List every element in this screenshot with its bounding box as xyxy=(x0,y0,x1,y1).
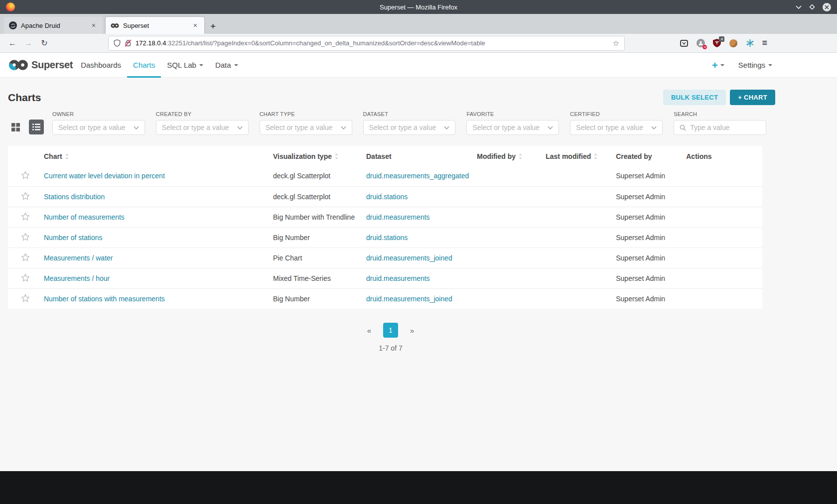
prev-page-button[interactable]: « xyxy=(367,326,371,335)
favorite-star-icon[interactable] xyxy=(21,212,30,221)
charts-table-card: Chart Visualization type Dataset Modifie… xyxy=(8,146,762,309)
created-by-cell: Superset Admin xyxy=(612,166,682,186)
reload-button[interactable]: ↻ xyxy=(38,38,51,48)
chart-link[interactable]: Stations distribution xyxy=(44,193,105,201)
chart-link[interactable]: Measurements / hour xyxy=(44,274,110,282)
next-page-button[interactable]: » xyxy=(410,326,414,335)
sort-icon xyxy=(519,153,522,159)
favorite-star-icon[interactable] xyxy=(21,253,30,261)
owner-select[interactable]: Select or type a value xyxy=(52,120,145,135)
dataset-link[interactable]: druid.measurements_aggregated xyxy=(366,172,469,180)
search-box[interactable] xyxy=(674,120,766,135)
asterisk-extension-icon[interactable] xyxy=(745,39,754,48)
column-label: Visualization type xyxy=(273,152,332,160)
nav-menu: Dashboards Charts SQL Lab Data xyxy=(75,53,244,78)
card-view-toggle[interactable] xyxy=(8,120,23,134)
nav-item-dashboards[interactable]: Dashboards xyxy=(75,53,127,78)
new-tab-button[interactable]: + xyxy=(210,21,216,31)
close-tab-icon[interactable]: × xyxy=(191,21,199,30)
certified-select[interactable]: Select or type a value xyxy=(570,120,663,135)
favorite-star-icon[interactable] xyxy=(21,192,30,200)
filter-label: CERTIFIED xyxy=(570,111,663,117)
insecure-lock-icon[interactable] xyxy=(125,39,132,47)
column-header-viz-type[interactable]: Visualization type xyxy=(269,146,362,166)
favorite-star-icon[interactable] xyxy=(21,171,30,179)
minimize-button[interactable] xyxy=(796,5,802,9)
pocket-extension-icon[interactable] xyxy=(680,39,689,48)
favorite-star-icon[interactable] xyxy=(21,294,30,302)
column-header-chart[interactable]: Chart xyxy=(40,146,269,166)
chart-link[interactable]: Current water level deviation in percent xyxy=(44,172,165,180)
favorite-star-icon[interactable] xyxy=(21,273,30,282)
column-header-created-by: Created by xyxy=(612,146,682,166)
hamburger-menu-icon[interactable]: ≡ xyxy=(762,38,767,48)
dataset-link[interactable]: druid.stations xyxy=(366,193,408,201)
maximize-button[interactable] xyxy=(809,4,815,10)
ublock-extension-icon[interactable]: 4 xyxy=(712,39,721,48)
actions-cell xyxy=(682,227,762,248)
sort-icon xyxy=(594,153,597,159)
cookie-extension-icon[interactable] xyxy=(729,39,738,48)
settings-menu[interactable]: Settings xyxy=(738,61,772,69)
nav-item-data[interactable]: Data xyxy=(209,53,244,78)
bookmark-star-icon[interactable]: ☆ xyxy=(613,39,619,48)
error-badge: × xyxy=(702,45,707,49)
filter-label: FAVORITE xyxy=(466,111,559,117)
viz-type-cell: Pie Chart xyxy=(269,248,362,268)
favorite-star-icon[interactable] xyxy=(21,233,30,241)
current-page-button[interactable]: 1 xyxy=(383,323,398,338)
dataset-link[interactable]: druid.measurements xyxy=(366,213,430,221)
viz-type-cell: Big Number xyxy=(269,288,362,309)
bulk-select-button[interactable]: BULK SELECT xyxy=(663,90,726,105)
search-input[interactable] xyxy=(690,124,760,131)
back-button[interactable]: ← xyxy=(6,39,19,48)
chevron-down-icon xyxy=(444,126,449,129)
add-chart-button[interactable]: + CHART xyxy=(730,90,775,105)
modified-by-cell xyxy=(473,166,542,186)
chart-link[interactable]: Number of stations with measurements xyxy=(44,295,165,303)
dataset-link[interactable]: druid.measurements xyxy=(366,274,430,282)
shield-icon[interactable] xyxy=(114,39,121,47)
filter-chart-type: CHART TYPE Select or type a value xyxy=(260,111,352,135)
favorite-select[interactable]: Select or type a value xyxy=(466,120,559,135)
select-placeholder: Select or type a value xyxy=(576,124,647,131)
actions-cell xyxy=(682,268,762,288)
tab-apache-druid[interactable]: Apache Druid × xyxy=(4,17,103,34)
actions-cell xyxy=(682,288,762,309)
chart-type-select[interactable]: Select or type a value xyxy=(260,120,352,135)
favorite-column-header xyxy=(8,146,40,166)
chart-link[interactable]: Number of measurements xyxy=(44,213,125,221)
last-modified-cell xyxy=(542,288,612,309)
tab-title: Apache Druid xyxy=(21,22,86,29)
new-item-button[interactable]: + xyxy=(712,60,724,70)
column-header-last-modified[interactable]: Last modified xyxy=(542,146,612,166)
page-title: Charts xyxy=(8,92,41,104)
modified-by-cell xyxy=(473,207,542,227)
chevron-down-icon xyxy=(548,126,553,129)
url-text[interactable]: 172.18.0.4:32251/chart/list/?pageIndex=0… xyxy=(136,39,609,47)
dataset-link[interactable]: druid.measurements_joined xyxy=(366,254,452,262)
nav-item-sql-lab[interactable]: SQL Lab xyxy=(161,53,209,78)
tab-superset[interactable]: Superset × xyxy=(106,17,204,34)
table-row: Number of stations Big Number druid.stat… xyxy=(8,227,762,248)
dataset-link[interactable]: druid.measurements_joined xyxy=(366,295,452,303)
modified-by-cell xyxy=(473,248,542,268)
forward-button[interactable]: → xyxy=(22,39,35,48)
viz-type-cell: deck.gl Scatterplot xyxy=(269,166,362,186)
close-button[interactable] xyxy=(823,3,831,11)
chevron-down-icon xyxy=(651,126,657,129)
account-extension-icon[interactable]: × xyxy=(696,39,705,48)
chart-link[interactable]: Number of stations xyxy=(44,234,103,242)
nav-item-charts[interactable]: Charts xyxy=(127,53,161,78)
created-by-select[interactable]: Select or type a value xyxy=(156,120,249,135)
column-header-modified-by[interactable]: Modified by xyxy=(473,146,542,166)
close-tab-icon[interactable]: × xyxy=(90,21,98,30)
dataset-select[interactable]: Select or type a value xyxy=(363,120,456,135)
list-view-toggle[interactable] xyxy=(29,120,44,134)
url-bar[interactable]: 172.18.0.4:32251/chart/list/?pageIndex=0… xyxy=(109,36,624,50)
superset-brand[interactable]: Superset xyxy=(8,59,73,71)
superset-logo-icon xyxy=(8,59,28,71)
table-row: Stations distribution deck.gl Scatterplo… xyxy=(8,186,762,207)
chart-link[interactable]: Measurements / water xyxy=(44,254,113,262)
dataset-link[interactable]: druid.stations xyxy=(366,234,408,242)
